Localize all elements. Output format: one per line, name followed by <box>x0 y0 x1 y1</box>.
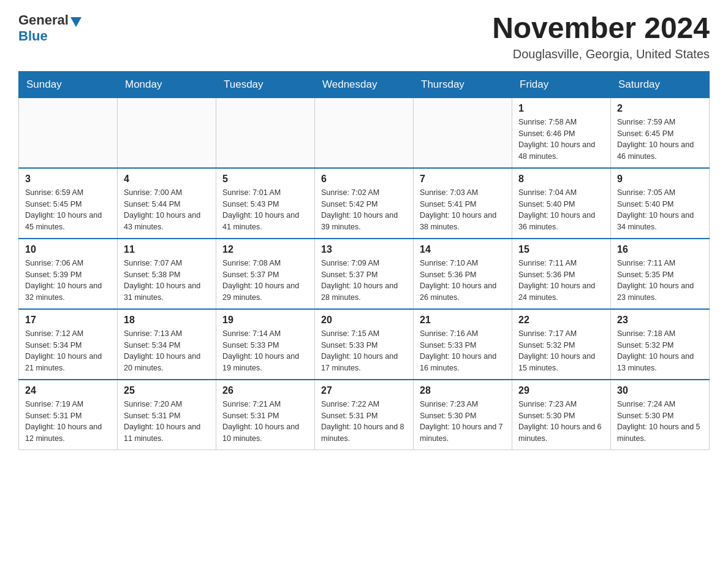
calendar-cell: 17Sunrise: 7:12 AM Sunset: 5:34 PM Dayli… <box>19 309 118 380</box>
logo-general-text: General <box>18 12 69 28</box>
calendar-body: 1Sunrise: 7:58 AM Sunset: 6:46 PM Daylig… <box>19 98 710 450</box>
day-info: Sunrise: 7:06 AM Sunset: 5:39 PM Dayligh… <box>25 258 111 304</box>
calendar-header: SundayMondayTuesdayWednesdayThursdayFrid… <box>19 72 710 98</box>
day-info: Sunrise: 7:18 AM Sunset: 5:32 PM Dayligh… <box>617 328 703 374</box>
day-number: 3 <box>25 174 111 185</box>
calendar-cell: 11Sunrise: 7:07 AM Sunset: 5:38 PM Dayli… <box>118 239 216 309</box>
day-info: Sunrise: 7:16 AM Sunset: 5:33 PM Dayligh… <box>420 328 506 374</box>
calendar-week-row: 10Sunrise: 7:06 AM Sunset: 5:39 PM Dayli… <box>19 239 710 309</box>
weekday-header-wednesday: Wednesday <box>315 72 414 98</box>
calendar-table: SundayMondayTuesdayWednesdayThursdayFrid… <box>18 71 710 450</box>
day-number: 14 <box>420 244 506 255</box>
calendar-cell: 21Sunrise: 7:16 AM Sunset: 5:33 PM Dayli… <box>414 309 512 380</box>
page-header: General Blue November 2024 Douglasville,… <box>18 12 710 61</box>
calendar-cell: 3Sunrise: 6:59 AM Sunset: 5:45 PM Daylig… <box>19 168 118 239</box>
day-info: Sunrise: 7:07 AM Sunset: 5:38 PM Dayligh… <box>124 258 210 304</box>
calendar-cell <box>315 98 414 168</box>
day-info: Sunrise: 7:21 AM Sunset: 5:31 PM Dayligh… <box>222 399 308 445</box>
logo-blue-text: Blue <box>18 28 48 44</box>
calendar-cell: 7Sunrise: 7:03 AM Sunset: 5:41 PM Daylig… <box>414 168 512 239</box>
calendar-cell: 22Sunrise: 7:17 AM Sunset: 5:32 PM Dayli… <box>512 309 611 380</box>
calendar-cell: 13Sunrise: 7:09 AM Sunset: 5:37 PM Dayli… <box>315 239 414 309</box>
calendar-cell: 6Sunrise: 7:02 AM Sunset: 5:42 PM Daylig… <box>315 168 414 239</box>
day-number: 23 <box>617 315 703 326</box>
day-info: Sunrise: 7:23 AM Sunset: 5:30 PM Dayligh… <box>420 399 506 445</box>
day-number: 25 <box>124 385 210 396</box>
calendar-cell: 9Sunrise: 7:05 AM Sunset: 5:40 PM Daylig… <box>611 168 710 239</box>
day-info: Sunrise: 7:59 AM Sunset: 6:45 PM Dayligh… <box>617 117 703 163</box>
calendar-cell: 29Sunrise: 7:23 AM Sunset: 5:30 PM Dayli… <box>512 380 611 450</box>
day-info: Sunrise: 7:22 AM Sunset: 5:31 PM Dayligh… <box>321 399 407 445</box>
calendar-week-row: 24Sunrise: 7:19 AM Sunset: 5:31 PM Dayli… <box>19 380 710 450</box>
weekday-header-sunday: Sunday <box>19 72 118 98</box>
day-number: 6 <box>321 174 407 185</box>
weekday-header-tuesday: Tuesday <box>216 72 315 98</box>
weekday-header-monday: Monday <box>118 72 216 98</box>
day-number: 22 <box>518 315 604 326</box>
calendar-cell: 28Sunrise: 7:23 AM Sunset: 5:30 PM Dayli… <box>414 380 512 450</box>
calendar-cell: 8Sunrise: 7:04 AM Sunset: 5:40 PM Daylig… <box>512 168 611 239</box>
day-number: 28 <box>420 385 506 396</box>
calendar-week-row: 17Sunrise: 7:12 AM Sunset: 5:34 PM Dayli… <box>19 309 710 380</box>
calendar-cell: 18Sunrise: 7:13 AM Sunset: 5:34 PM Dayli… <box>118 309 216 380</box>
day-number: 12 <box>222 244 308 255</box>
calendar-cell: 14Sunrise: 7:10 AM Sunset: 5:36 PM Dayli… <box>414 239 512 309</box>
calendar-cell: 10Sunrise: 7:06 AM Sunset: 5:39 PM Dayli… <box>19 239 118 309</box>
day-info: Sunrise: 6:59 AM Sunset: 5:45 PM Dayligh… <box>25 187 111 233</box>
day-number: 27 <box>321 385 407 396</box>
logo-triangle-icon <box>70 17 82 27</box>
calendar-cell: 16Sunrise: 7:11 AM Sunset: 5:35 PM Dayli… <box>611 239 710 309</box>
day-number: 1 <box>518 103 604 114</box>
day-info: Sunrise: 7:58 AM Sunset: 6:46 PM Dayligh… <box>518 117 604 163</box>
day-number: 18 <box>124 315 210 326</box>
day-number: 8 <box>518 174 604 185</box>
logo: General Blue <box>18 12 82 44</box>
calendar-cell: 26Sunrise: 7:21 AM Sunset: 5:31 PM Dayli… <box>216 380 315 450</box>
day-number: 19 <box>222 315 308 326</box>
calendar-cell <box>118 98 216 168</box>
day-info: Sunrise: 7:04 AM Sunset: 5:40 PM Dayligh… <box>518 187 604 233</box>
location-subtitle: Douglasville, Georgia, United States <box>492 47 710 61</box>
calendar-cell: 2Sunrise: 7:59 AM Sunset: 6:45 PM Daylig… <box>611 98 710 168</box>
calendar-cell: 25Sunrise: 7:20 AM Sunset: 5:31 PM Dayli… <box>118 380 216 450</box>
day-info: Sunrise: 7:11 AM Sunset: 5:36 PM Dayligh… <box>518 258 604 304</box>
calendar-cell: 12Sunrise: 7:08 AM Sunset: 5:37 PM Dayli… <box>216 239 315 309</box>
calendar-cell: 24Sunrise: 7:19 AM Sunset: 5:31 PM Dayli… <box>19 380 118 450</box>
day-info: Sunrise: 7:14 AM Sunset: 5:33 PM Dayligh… <box>222 328 308 374</box>
day-number: 30 <box>617 385 703 396</box>
day-info: Sunrise: 7:02 AM Sunset: 5:42 PM Dayligh… <box>321 187 407 233</box>
day-info: Sunrise: 7:01 AM Sunset: 5:43 PM Dayligh… <box>222 187 308 233</box>
day-number: 20 <box>321 315 407 326</box>
day-number: 24 <box>25 385 111 396</box>
day-number: 13 <box>321 244 407 255</box>
day-number: 5 <box>222 174 308 185</box>
day-number: 9 <box>617 174 703 185</box>
day-info: Sunrise: 7:12 AM Sunset: 5:34 PM Dayligh… <box>25 328 111 374</box>
day-number: 17 <box>25 315 111 326</box>
month-title: November 2024 <box>492 12 710 45</box>
calendar-cell <box>414 98 512 168</box>
calendar-cell: 19Sunrise: 7:14 AM Sunset: 5:33 PM Dayli… <box>216 309 315 380</box>
day-info: Sunrise: 7:24 AM Sunset: 5:30 PM Dayligh… <box>617 399 703 445</box>
day-number: 15 <box>518 244 604 255</box>
calendar-cell: 4Sunrise: 7:00 AM Sunset: 5:44 PM Daylig… <box>118 168 216 239</box>
weekday-header-thursday: Thursday <box>414 72 512 98</box>
calendar-cell <box>216 98 315 168</box>
day-info: Sunrise: 7:05 AM Sunset: 5:40 PM Dayligh… <box>617 187 703 233</box>
day-info: Sunrise: 7:13 AM Sunset: 5:34 PM Dayligh… <box>124 328 210 374</box>
day-info: Sunrise: 7:11 AM Sunset: 5:35 PM Dayligh… <box>617 258 703 304</box>
day-info: Sunrise: 7:20 AM Sunset: 5:31 PM Dayligh… <box>124 399 210 445</box>
weekday-header-friday: Friday <box>512 72 611 98</box>
day-number: 21 <box>420 315 506 326</box>
day-info: Sunrise: 7:17 AM Sunset: 5:32 PM Dayligh… <box>518 328 604 374</box>
day-number: 11 <box>124 244 210 255</box>
day-info: Sunrise: 7:19 AM Sunset: 5:31 PM Dayligh… <box>25 399 111 445</box>
day-info: Sunrise: 7:03 AM Sunset: 5:41 PM Dayligh… <box>420 187 506 233</box>
day-number: 26 <box>222 385 308 396</box>
calendar-week-row: 1Sunrise: 7:58 AM Sunset: 6:46 PM Daylig… <box>19 98 710 168</box>
day-number: 16 <box>617 244 703 255</box>
day-info: Sunrise: 7:09 AM Sunset: 5:37 PM Dayligh… <box>321 258 407 304</box>
day-info: Sunrise: 7:08 AM Sunset: 5:37 PM Dayligh… <box>222 258 308 304</box>
title-area: November 2024 Douglasville, Georgia, Uni… <box>492 12 710 61</box>
day-number: 7 <box>420 174 506 185</box>
